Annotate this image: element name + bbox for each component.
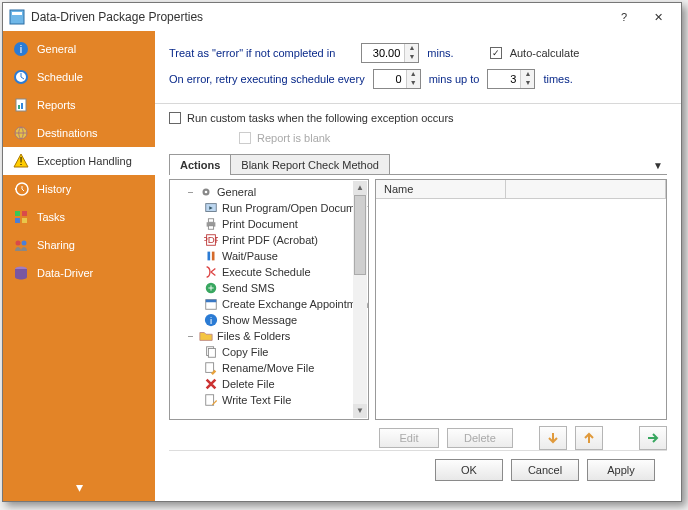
delete-button[interactable]: Delete	[447, 428, 513, 448]
edit-button[interactable]: Edit	[379, 428, 439, 448]
cancel-button[interactable]: Cancel	[511, 459, 579, 481]
tree-label: General	[217, 186, 256, 198]
calendar-icon	[204, 297, 218, 311]
sidebar-item-schedule[interactable]: Schedule	[3, 63, 155, 91]
sidebar: iGeneral Schedule Reports Destinations !…	[3, 31, 155, 501]
spin-down-icon[interactable]: ▼	[521, 79, 534, 88]
sidebar-item-label: Destinations	[37, 127, 98, 139]
spin-up-icon[interactable]: ▲	[407, 70, 420, 79]
folder-icon	[199, 329, 213, 343]
run-custom-tasks-checkbox[interactable]	[169, 112, 181, 124]
pause-icon	[204, 249, 218, 263]
column-blank[interactable]	[506, 180, 666, 198]
printer-icon	[204, 217, 218, 231]
svg-rect-34	[208, 349, 215, 358]
sidebar-item-exception-handling[interactable]: !Exception Handling	[3, 147, 155, 175]
tree-item[interactable]: Wait/Pause	[172, 248, 366, 264]
task-tree[interactable]: –General Run Program/Open Document Print…	[169, 179, 369, 420]
sidebar-expand-icon[interactable]: ▾	[3, 473, 155, 501]
svg-rect-1	[12, 12, 22, 15]
tree-label: Rename/Move File	[222, 362, 314, 374]
sidebar-item-label: Reports	[37, 99, 76, 111]
retry-times-spinner[interactable]: ▲▼	[487, 69, 535, 89]
sidebar-item-data-driver[interactable]: Data-Driver	[3, 259, 155, 287]
tree-item[interactable]: Rename/Move File	[172, 360, 366, 376]
tasks-icon	[13, 209, 29, 225]
spin-up-icon[interactable]: ▲	[405, 44, 418, 53]
scroll-thumb[interactable]	[354, 195, 366, 275]
sidebar-item-reports[interactable]: Reports	[3, 91, 155, 119]
tree-item[interactable]: Write Text File	[172, 392, 366, 408]
tree-item[interactable]: iShow Message	[172, 312, 366, 328]
sidebar-item-tasks[interactable]: Tasks	[3, 203, 155, 231]
add-button[interactable]	[639, 426, 667, 450]
ok-button[interactable]: OK	[435, 459, 503, 481]
scroll-down-icon[interactable]: ▼	[353, 404, 367, 418]
window-title: Data-Driven Package Properties	[31, 10, 607, 24]
tree-item[interactable]: Create Exchange Appointment	[172, 296, 366, 312]
spin-up-icon[interactable]: ▲	[521, 70, 534, 79]
sidebar-item-general[interactable]: iGeneral	[3, 35, 155, 63]
copy-icon	[204, 345, 218, 359]
close-button[interactable]: ✕	[641, 5, 675, 29]
tree-group-files[interactable]: –Files & Folders	[172, 328, 366, 344]
tree-group-general[interactable]: –General	[172, 184, 366, 200]
svg-rect-23	[208, 226, 213, 230]
scroll-up-icon[interactable]: ▲	[353, 181, 367, 195]
times-label: times.	[543, 73, 572, 85]
column-name[interactable]: Name	[376, 180, 506, 198]
history-icon	[13, 181, 29, 197]
collapse-icon[interactable]: –	[186, 187, 195, 197]
sidebar-item-history[interactable]: History	[3, 175, 155, 203]
tree-item[interactable]: Send SMS	[172, 280, 366, 296]
retry-every-input[interactable]	[374, 70, 406, 88]
arrow-up-icon	[582, 431, 596, 445]
error-minutes-spinner[interactable]: ▲▼	[361, 43, 419, 63]
report-is-blank-checkbox	[239, 132, 251, 144]
report-is-blank-label: Report is blank	[257, 132, 330, 144]
spin-down-icon[interactable]: ▼	[407, 79, 420, 88]
auto-calculate-checkbox[interactable]: ✓	[490, 47, 502, 59]
tree-item[interactable]: Execute Schedule	[172, 264, 366, 280]
sms-icon	[204, 281, 218, 295]
svg-point-19	[205, 191, 208, 194]
move-up-button[interactable]	[575, 426, 603, 450]
svg-rect-26	[208, 252, 211, 261]
list-header: Name	[376, 180, 666, 199]
sidebar-item-sharing[interactable]: Sharing	[3, 231, 155, 259]
svg-rect-27	[212, 252, 215, 261]
svg-text:i: i	[210, 315, 212, 326]
info-icon: i	[13, 41, 29, 57]
tab-overflow-icon[interactable]: ▼	[649, 156, 667, 175]
tree-item[interactable]: PDFPrint PDF (Acrobat)	[172, 232, 366, 248]
retry-times-input[interactable]	[488, 70, 520, 88]
sidebar-item-label: History	[37, 183, 71, 195]
tree-item[interactable]: Copy File	[172, 344, 366, 360]
collapse-icon[interactable]: –	[186, 331, 195, 341]
svg-rect-14	[22, 218, 27, 223]
help-button[interactable]: ?	[607, 5, 641, 29]
apply-button[interactable]: Apply	[587, 459, 655, 481]
selected-tasks-list[interactable]: Name	[375, 179, 667, 420]
sidebar-item-destinations[interactable]: Destinations	[3, 119, 155, 147]
tree-item[interactable]: Run Program/Open Document	[172, 200, 366, 216]
retry-every-spinner[interactable]: ▲▼	[373, 69, 421, 89]
svg-rect-30	[206, 300, 217, 303]
tab-actions[interactable]: Actions	[169, 154, 231, 175]
tree-label: Write Text File	[222, 394, 291, 406]
tree-item[interactable]: Print Document	[172, 216, 366, 232]
tree-label: Delete File	[222, 378, 275, 390]
tab-blank-report-check-method[interactable]: Blank Report Check Method	[230, 154, 390, 175]
spin-down-icon[interactable]: ▼	[405, 53, 418, 62]
data-icon	[13, 265, 29, 281]
window-icon	[9, 9, 25, 25]
tree-scrollbar[interactable]: ▲▼	[353, 181, 367, 418]
svg-point-16	[22, 241, 27, 246]
move-down-button[interactable]	[539, 426, 567, 450]
sidebar-item-label: Data-Driver	[37, 267, 93, 279]
main-pane: Treat as "error" if not completed in ▲▼ …	[155, 31, 681, 501]
sidebar-item-label: General	[37, 43, 76, 55]
tree-item[interactable]: Delete File	[172, 376, 366, 392]
sidebar-item-label: Sharing	[37, 239, 75, 251]
error-minutes-input[interactable]	[362, 44, 404, 62]
